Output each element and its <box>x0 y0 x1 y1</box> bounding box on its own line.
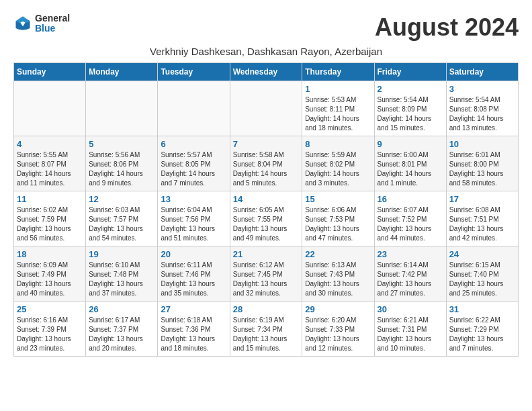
week-row-1: 1Sunrise: 5:53 AMSunset: 8:11 PMDaylight… <box>14 81 519 136</box>
day-info: Sunrise: 6:02 AMSunset: 7:59 PMDaylight:… <box>17 205 83 243</box>
logo-blue: Blue <box>35 24 70 34</box>
day-info: Sunrise: 6:12 AMSunset: 7:45 PMDaylight:… <box>233 261 300 298</box>
week-row-4: 18Sunrise: 6:09 AMSunset: 7:49 PMDayligh… <box>14 246 519 302</box>
day-info: Sunrise: 6:13 AMSunset: 7:43 PMDaylight:… <box>305 261 371 298</box>
calendar-cell: 10Sunrise: 6:01 AMSunset: 8:00 PMDayligh… <box>446 136 518 191</box>
month-year-title: August 2024 <box>375 13 519 42</box>
calendar-cell: 29Sunrise: 6:20 AMSunset: 7:33 PMDayligh… <box>302 302 374 357</box>
calendar-cell: 18Sunrise: 6:09 AMSunset: 7:49 PMDayligh… <box>14 246 86 302</box>
day-info: Sunrise: 6:11 AMSunset: 7:46 PMDaylight:… <box>161 261 226 298</box>
calendar-cell: 17Sunrise: 6:08 AMSunset: 7:51 PMDayligh… <box>446 191 518 246</box>
day-number: 25 <box>17 304 83 314</box>
day-number: 30 <box>378 304 443 314</box>
logo-general: General <box>35 13 70 24</box>
day-number: 10 <box>449 139 515 149</box>
day-info: Sunrise: 5:55 AMSunset: 8:07 PMDaylight:… <box>17 150 83 188</box>
calendar-cell: 24Sunrise: 6:15 AMSunset: 7:40 PMDayligh… <box>446 246 518 302</box>
day-info: Sunrise: 6:18 AMSunset: 7:36 PMDaylight:… <box>161 316 226 353</box>
calendar-cell: 11Sunrise: 6:02 AMSunset: 7:59 PMDayligh… <box>14 191 86 246</box>
column-header-wednesday: Wednesday <box>230 63 302 81</box>
day-number: 24 <box>449 249 515 259</box>
day-info: Sunrise: 6:03 AMSunset: 7:57 PMDaylight:… <box>89 205 154 243</box>
calendar-cell: 1Sunrise: 5:53 AMSunset: 8:11 PMDaylight… <box>302 81 374 136</box>
day-number: 8 <box>305 139 371 149</box>
day-info: Sunrise: 6:16 AMSunset: 7:39 PMDaylight:… <box>17 316 83 353</box>
day-info: Sunrise: 6:20 AMSunset: 7:33 PMDaylight:… <box>305 316 371 353</box>
day-info: Sunrise: 5:56 AMSunset: 8:06 PMDaylight:… <box>89 150 154 188</box>
column-header-sunday: Sunday <box>14 63 86 81</box>
calendar-cell: 16Sunrise: 6:07 AMSunset: 7:52 PMDayligh… <box>374 191 446 246</box>
calendar-cell: 22Sunrise: 6:13 AMSunset: 7:43 PMDayligh… <box>302 246 374 302</box>
calendar-cell <box>230 81 302 136</box>
day-info: Sunrise: 5:53 AMSunset: 8:11 PMDaylight:… <box>305 95 371 133</box>
day-number: 9 <box>378 139 443 149</box>
day-number: 15 <box>305 194 371 204</box>
day-info: Sunrise: 6:06 AMSunset: 7:53 PMDaylight:… <box>305 205 371 243</box>
calendar-cell: 28Sunrise: 6:19 AMSunset: 7:34 PMDayligh… <box>230 302 302 357</box>
day-info: Sunrise: 5:54 AMSunset: 8:09 PMDaylight:… <box>378 95 443 133</box>
calendar-header-row: SundayMondayTuesdayWednesdayThursdayFrid… <box>14 63 519 81</box>
day-number: 13 <box>161 194 226 204</box>
day-info: Sunrise: 6:04 AMSunset: 7:56 PMDaylight:… <box>161 205 226 243</box>
day-number: 23 <box>378 249 443 259</box>
calendar-cell: 4Sunrise: 5:55 AMSunset: 8:07 PMDaylight… <box>14 136 86 191</box>
column-header-thursday: Thursday <box>302 63 374 81</box>
day-info: Sunrise: 5:54 AMSunset: 8:08 PMDaylight:… <box>449 95 515 133</box>
calendar-cell: 30Sunrise: 6:21 AMSunset: 7:31 PMDayligh… <box>374 302 446 357</box>
calendar-cell: 2Sunrise: 5:54 AMSunset: 8:09 PMDaylight… <box>374 81 446 136</box>
day-info: Sunrise: 6:17 AMSunset: 7:37 PMDaylight:… <box>89 316 154 353</box>
day-number: 21 <box>233 249 300 259</box>
calendar-cell: 25Sunrise: 6:16 AMSunset: 7:39 PMDayligh… <box>14 302 86 357</box>
day-info: Sunrise: 6:15 AMSunset: 7:40 PMDaylight:… <box>449 261 515 298</box>
calendar-cell: 3Sunrise: 5:54 AMSunset: 8:08 PMDaylight… <box>446 81 518 136</box>
calendar-table: SundayMondayTuesdayWednesdayThursdayFrid… <box>13 62 519 357</box>
day-number: 16 <box>378 194 443 204</box>
day-info: Sunrise: 6:00 AMSunset: 8:01 PMDaylight:… <box>378 150 443 188</box>
day-number: 5 <box>89 139 154 149</box>
logo: General Blue <box>13 13 70 34</box>
day-number: 2 <box>378 84 443 94</box>
day-number: 11 <box>17 194 83 204</box>
day-info: Sunrise: 6:09 AMSunset: 7:49 PMDaylight:… <box>17 261 83 298</box>
calendar-cell: 12Sunrise: 6:03 AMSunset: 7:57 PMDayligh… <box>86 191 158 246</box>
calendar-cell: 19Sunrise: 6:10 AMSunset: 7:48 PMDayligh… <box>86 246 158 302</box>
day-info: Sunrise: 6:22 AMSunset: 7:29 PMDaylight:… <box>449 316 515 353</box>
calendar-cell: 26Sunrise: 6:17 AMSunset: 7:37 PMDayligh… <box>86 302 158 357</box>
day-info: Sunrise: 6:21 AMSunset: 7:31 PMDaylight:… <box>378 316 443 353</box>
day-number: 19 <box>89 249 154 259</box>
day-info: Sunrise: 5:58 AMSunset: 8:04 PMDaylight:… <box>233 150 300 188</box>
week-row-3: 11Sunrise: 6:02 AMSunset: 7:59 PMDayligh… <box>14 191 519 246</box>
day-info: Sunrise: 6:08 AMSunset: 7:51 PMDaylight:… <box>449 205 515 243</box>
day-info: Sunrise: 6:19 AMSunset: 7:34 PMDaylight:… <box>233 316 300 353</box>
calendar-cell: 31Sunrise: 6:22 AMSunset: 7:29 PMDayligh… <box>446 302 518 357</box>
day-number: 4 <box>17 139 83 149</box>
column-header-friday: Friday <box>374 63 446 81</box>
calendar-cell: 6Sunrise: 5:57 AMSunset: 8:05 PMDaylight… <box>158 136 230 191</box>
calendar-cell: 27Sunrise: 6:18 AMSunset: 7:36 PMDayligh… <box>158 302 230 357</box>
day-number: 1 <box>305 84 371 94</box>
day-info: Sunrise: 6:05 AMSunset: 7:55 PMDaylight:… <box>233 205 300 243</box>
day-number: 12 <box>89 194 154 204</box>
calendar-cell: 14Sunrise: 6:05 AMSunset: 7:55 PMDayligh… <box>230 191 302 246</box>
day-number: 6 <box>161 139 226 149</box>
calendar-cell: 9Sunrise: 6:00 AMSunset: 8:01 PMDaylight… <box>374 136 446 191</box>
day-info: Sunrise: 6:01 AMSunset: 8:00 PMDaylight:… <box>449 150 515 188</box>
day-number: 7 <box>233 139 300 149</box>
calendar-cell: 5Sunrise: 5:56 AMSunset: 8:06 PMDaylight… <box>86 136 158 191</box>
calendar-cell <box>158 81 230 136</box>
day-number: 31 <box>449 304 515 314</box>
calendar-cell: 7Sunrise: 5:58 AMSunset: 8:04 PMDaylight… <box>230 136 302 191</box>
header-section: General Blue August 2024 <box>13 13 519 42</box>
day-number: 17 <box>449 194 515 204</box>
day-number: 29 <box>305 304 371 314</box>
calendar-cell <box>14 81 86 136</box>
day-number: 22 <box>305 249 371 259</box>
day-number: 18 <box>17 249 83 259</box>
logo-text: General Blue <box>35 13 70 34</box>
logo-icon <box>13 14 32 33</box>
day-number: 20 <box>161 249 226 259</box>
column-header-monday: Monday <box>86 63 158 81</box>
calendar-cell: 13Sunrise: 6:04 AMSunset: 7:56 PMDayligh… <box>158 191 230 246</box>
day-number: 28 <box>233 304 300 314</box>
calendar-cell: 20Sunrise: 6:11 AMSunset: 7:46 PMDayligh… <box>158 246 230 302</box>
